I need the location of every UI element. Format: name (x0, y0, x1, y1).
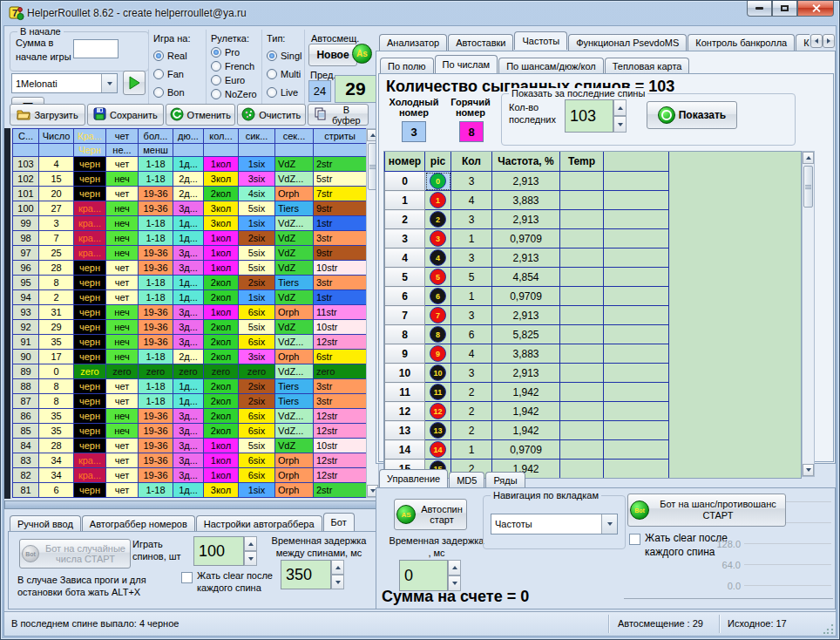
history-col-header[interactable]: дю... (173, 129, 204, 144)
spin-up-button[interactable] (244, 536, 257, 551)
start-sum-input[interactable] (73, 39, 119, 58)
history-col-header[interactable]: сек... (275, 129, 314, 144)
spin-up-button[interactable] (448, 560, 461, 575)
frequency-table-scrollbar[interactable] (802, 151, 815, 477)
chevron-down-icon[interactable] (601, 514, 617, 534)
history-col-header[interactable]: С... (13, 129, 39, 144)
input-tab-2[interactable]: Автограббер номеров (82, 515, 195, 532)
freq-row-header[interactable]: 2 (385, 210, 425, 229)
history-col-header[interactable] (204, 144, 239, 157)
play-button[interactable] (123, 71, 146, 95)
as-badge-button[interactable]: As (352, 44, 372, 64)
autospin-start-button[interactable]: AS Автоспин старт (394, 499, 467, 530)
freq-col-header[interactable]: номер (385, 152, 425, 172)
freq-row-header[interactable]: 0 (385, 172, 425, 191)
spin-down-button[interactable] (613, 116, 627, 133)
freq-number-pic-cell[interactable]: 0 (425, 172, 451, 191)
freq-number-pic-cell[interactable]: 8 (425, 325, 451, 344)
freq-number-pic-cell[interactable]: 10 (425, 364, 451, 383)
count-input[interactable]: 103 (565, 99, 613, 133)
freq-row-header[interactable]: 12 (385, 402, 425, 421)
freq-row-header[interactable]: 4 (385, 249, 425, 268)
freq-row-header[interactable]: 8 (385, 325, 425, 344)
freq-number-pic-cell[interactable]: 6 (425, 287, 451, 306)
subtab-2[interactable]: По числам (435, 55, 498, 73)
freq-number-pic-cell[interactable]: 1 (425, 191, 451, 210)
nav-combobox[interactable]: Частоты (491, 514, 618, 534)
subtab-1[interactable]: По полю (380, 58, 434, 74)
history-col-header[interactable] (314, 144, 367, 157)
minimize-button[interactable] (747, 1, 772, 17)
freq-row-header[interactable]: 9 (385, 344, 425, 364)
control-tab-2[interactable]: MD5 (449, 472, 484, 488)
checkbox-icon[interactable] (629, 534, 640, 545)
history-col-header[interactable] (39, 144, 74, 157)
freq-col-header[interactable]: pic (425, 152, 451, 172)
subtab-3[interactable]: По шансам/дюж/кол (498, 58, 604, 74)
radio-pro[interactable]: Pro (211, 47, 261, 58)
scroll-up-button[interactable] (803, 152, 814, 164)
history-col-header[interactable] (13, 144, 39, 157)
radio-live[interactable]: Live (267, 87, 308, 98)
history-col-header[interactable]: стриты (314, 129, 367, 144)
freq-number-pic-cell[interactable]: 2 (425, 210, 451, 229)
tab-1[interactable]: Анализатор (379, 34, 447, 51)
clear-after-spin-checkbox[interactable]: Жать clear после каждого спина (181, 570, 282, 595)
collapsed-splitter[interactable] (4, 128, 12, 499)
delay-between-spins-input[interactable]: 350 (281, 560, 331, 589)
tab-scroll-right-button[interactable] (823, 34, 835, 48)
maximize-button[interactable] (772, 1, 797, 17)
resize-grip[interactable] (823, 623, 834, 634)
time-delay-input[interactable]: 0 (399, 560, 448, 591)
spin-down-button[interactable] (331, 575, 344, 589)
horizontal-splitter[interactable] (4, 500, 379, 509)
history-col-header[interactable]: Кра... (74, 129, 106, 144)
input-tab-3[interactable]: Настройки автограббера (196, 515, 322, 532)
radio-fan[interactable]: Fan (153, 69, 204, 79)
radio-bon[interactable]: Bon (153, 87, 204, 98)
freq-col-header[interactable] (604, 152, 669, 172)
bot-chance-start-button[interactable]: Bot Бот на шанс/противошанс СТАРТ (627, 494, 786, 527)
freq-col-header[interactable]: Temp (560, 152, 604, 172)
scrollbar-thumb[interactable] (803, 166, 813, 208)
tab-5[interactable]: Контроль банкролла (688, 34, 795, 51)
clear-button[interactable]: Очистить (237, 104, 306, 126)
close-button[interactable] (797, 1, 834, 17)
history-col-header[interactable] (173, 144, 204, 157)
freq-row-header[interactable]: 13 (385, 421, 425, 440)
folder-open-button[interactable]: Загрузить (10, 104, 85, 126)
radio-singl[interactable]: Singl (267, 51, 308, 61)
history-col-header[interactable]: Число (39, 129, 74, 144)
spin-up-button[interactable] (613, 99, 627, 116)
checkbox-icon[interactable] (181, 572, 193, 583)
chevron-down-icon[interactable] (101, 74, 117, 92)
freq-number-pic-cell[interactable]: 14 (425, 440, 451, 460)
control-tab-1[interactable]: Управление (379, 469, 448, 487)
undo-button[interactable]: Отменить (166, 104, 235, 126)
play-spins-input[interactable]: 100 (193, 536, 244, 566)
history-col-header[interactable]: кол... (204, 129, 239, 144)
profile-combobox[interactable]: 1Melonati (11, 73, 118, 93)
freq-row-header[interactable]: 14 (385, 440, 425, 460)
input-tab-4[interactable]: Бот (323, 513, 355, 531)
freq-number-pic-cell[interactable]: 9 (425, 344, 451, 364)
history-col-header[interactable]: сик... (239, 129, 275, 144)
history-col-header[interactable] (275, 144, 314, 157)
freq-row-header[interactable]: 3 (385, 229, 425, 249)
copy-button[interactable]: В буфер (308, 104, 369, 126)
history-col-header[interactable]: менш (139, 144, 173, 157)
tab-3[interactable]: Частоты (514, 31, 567, 50)
tab-4[interactable]: Функционал PsevdoMS (568, 34, 687, 51)
freq-col-header[interactable]: Кол (451, 152, 492, 172)
history-col-header[interactable]: чет (106, 129, 139, 144)
freq-number-pic-cell[interactable]: 13 (425, 421, 451, 440)
freq-number-pic-cell[interactable]: 3 (425, 229, 451, 249)
bot-random-start-button[interactable]: Bot Бот на случайные числа СТАРТ (19, 539, 131, 569)
freq-row-header[interactable]: 7 (385, 306, 425, 325)
subtab-4[interactable]: Тепловая карта (605, 58, 690, 74)
titlebar[interactable]: 7 HelperRoullet 8.62 - create helperroul… (1, 1, 839, 25)
control-tab-3[interactable]: Ряды (485, 472, 525, 488)
freq-row-header[interactable]: 5 (385, 268, 425, 287)
freq-row-header[interactable]: 11 (385, 383, 425, 402)
radio-multi[interactable]: Multi (267, 69, 308, 79)
